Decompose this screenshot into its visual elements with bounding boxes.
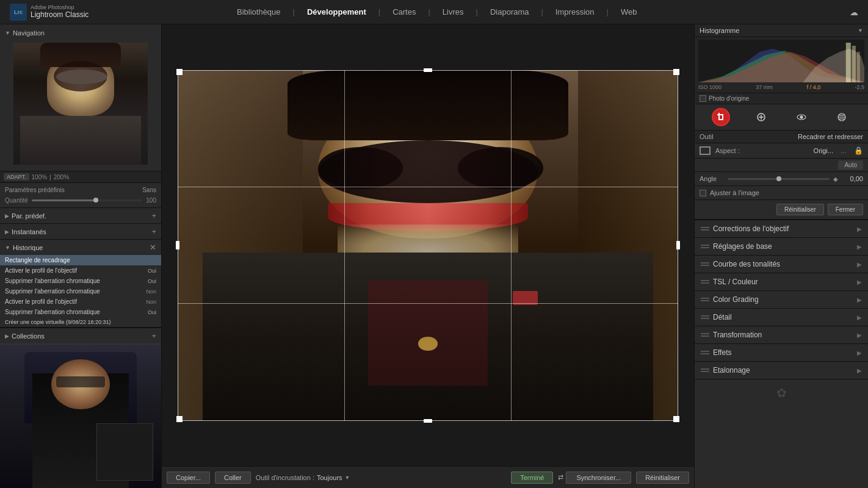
- toujours-dropdown[interactable]: Toujours: [317, 474, 342, 481]
- historique-header[interactable]: ▼ Historique ✕: [0, 240, 161, 255]
- instantanes-arrow: ▶: [5, 229, 9, 235]
- filter-tool-button[interactable]: [833, 108, 851, 126]
- quantity-label: Quantité: [5, 197, 28, 204]
- ornament-icon: ✿: [776, 386, 787, 400]
- collections-label: Collections: [12, 332, 45, 340]
- center-area: Copier... Coller Outil d'incrustation : …: [162, 24, 694, 488]
- hist-item-1[interactable]: Activer le profil de l'objectif Oui: [0, 265, 161, 276]
- aspect-icon: [700, 146, 711, 155]
- auto-row: Auto: [695, 159, 868, 172]
- photo-origine-checkbox[interactable]: [700, 95, 706, 102]
- svg-rect-3: [857, 52, 860, 82]
- navigation-section: ▼ Navigation: [0, 24, 161, 171]
- copier-button[interactable]: Copier...: [167, 472, 210, 484]
- zoom-200[interactable]: 200%: [54, 174, 70, 181]
- ajuster-label: Ajuster à l'image: [710, 189, 759, 196]
- rp-section-transformation[interactable]: Transformation ▶: [695, 326, 868, 344]
- redeye-icon: [797, 112, 806, 122]
- hist-item-5[interactable]: Supprimer l'aberration chromatique Oui: [0, 307, 161, 317]
- top-bar: Lrc Adobe Photoshop Lightroom Classic Bi…: [0, 0, 868, 24]
- joker-thumbnail: [13, 43, 148, 165]
- svg-point-12: [800, 116, 803, 119]
- cloud-icon[interactable]: ☁: [850, 7, 858, 17]
- auto-button[interactable]: Auto: [838, 160, 863, 170]
- synchroniser-button[interactable]: Synchroniser...: [566, 472, 631, 484]
- histogram-arrow[interactable]: ▼: [858, 27, 863, 34]
- nav-web[interactable]: Web: [621, 7, 637, 16]
- par-predef-add[interactable]: +: [151, 211, 156, 220]
- par-predef-section[interactable]: ▶ Par. prédef. +: [0, 207, 161, 223]
- joker-main-image: [178, 70, 678, 421]
- hist-item-6[interactable]: Créer une copie virtuelle (9/08/22 16:20…: [0, 317, 161, 327]
- histogram-section: ISO 1000 37 mm f / 4,0 -2,5: [695, 37, 868, 93]
- historique-section: ▼ Historique ✕ Rectangle de recadrage Ac…: [0, 239, 161, 327]
- app-branding: Lrc Adobe Photoshop Lightroom Classic: [10, 4, 89, 21]
- historique-arrow: ▼: [5, 245, 10, 251]
- rp-section-tsl[interactable]: TSL / Couleur ▶: [695, 273, 868, 291]
- nav-impression[interactable]: Impression: [555, 7, 595, 16]
- nav-bibliotheque[interactable]: Bibliothèque: [237, 7, 281, 16]
- reinitialiser-bottom-button[interactable]: Réinitialiser: [636, 472, 689, 484]
- aspect-value[interactable]: Origi...: [814, 147, 833, 154]
- adapt-bar: ADAPT. 100% | 200%: [0, 171, 161, 182]
- toujours-arrow: ▼: [345, 475, 350, 481]
- rp-section-effets[interactable]: Effets ▶: [695, 344, 868, 362]
- nav-developpement[interactable]: Développement: [307, 7, 366, 16]
- quantity-row: Quantité 100: [0, 195, 161, 206]
- navigation-label: Navigation: [13, 29, 45, 37]
- angle-value: 0,00: [842, 175, 863, 182]
- navigation-header[interactable]: ▼ Navigation: [0, 27, 161, 39]
- histogram-canvas: [698, 40, 864, 82]
- bottom-info: Outil d'incrustation : Toujours ▼: [256, 474, 507, 481]
- reinit-fermer-row: Réinitialiser Fermer: [695, 200, 868, 220]
- recadrer-label: Recadrer et redresser: [798, 133, 863, 140]
- adapt-button[interactable]: ADAPT.: [4, 173, 29, 181]
- rp-section-reglages[interactable]: Réglages de base ▶: [695, 238, 868, 256]
- instantanes-section[interactable]: ▶ Instantanés +: [0, 223, 161, 239]
- redeye-tool-button[interactable]: [792, 108, 811, 126]
- histogram-svg: [698, 40, 864, 82]
- angle-diamond-icon: ◆: [833, 176, 838, 182]
- crop-tool-button[interactable]: [712, 108, 730, 126]
- ajuster-checkbox[interactable]: [700, 190, 706, 196]
- zoom-100[interactable]: 100%: [32, 174, 48, 181]
- collections-header[interactable]: ▶ Collections +: [0, 328, 161, 343]
- reinitialiser-button[interactable]: Réinitialiser: [776, 204, 824, 215]
- nav-diaporama[interactable]: Diaporama: [490, 7, 529, 16]
- svg-rect-6: [722, 114, 723, 119]
- top-bar-right: ☁: [785, 7, 858, 17]
- histogram-iso: ISO 1000: [698, 84, 722, 90]
- coller-button[interactable]: Coller: [215, 472, 251, 484]
- instantanes-add[interactable]: +: [151, 227, 156, 236]
- historique-label: Historique: [13, 244, 43, 251]
- hist-item-2[interactable]: Supprimer l'aberration chromatique Oui: [0, 276, 161, 286]
- bottom-right: Terminé ⇄ Synchroniser... Réinitialiser: [511, 472, 689, 484]
- histogram-section-label: Histogramme: [700, 27, 739, 34]
- hist-item-4[interactable]: Activer le profil de l'objectif Non: [0, 296, 161, 307]
- svg-rect-2: [852, 46, 856, 82]
- quantity-slider[interactable]: [32, 199, 143, 201]
- hist-item-3[interactable]: Supprimer l'aberration chromatique Non: [0, 286, 161, 296]
- webcam-person-bg: [0, 345, 161, 488]
- nav-cartes[interactable]: Cartes: [392, 7, 416, 16]
- lock-icon[interactable]: 🔒: [854, 146, 863, 155]
- outil-incrustation-label: Outil d'incrustation :: [256, 474, 314, 481]
- heal-tool-button[interactable]: [752, 108, 770, 126]
- rp-section-courbe[interactable]: Courbe des tonalités ▶: [695, 256, 868, 273]
- rp-section-detail[interactable]: Détail ▶: [695, 309, 868, 326]
- left-panel: ▼ Navigation ADAPT.: [0, 24, 162, 488]
- rp-section-color-grading[interactable]: Color Grading ▶: [695, 291, 868, 309]
- nav-livres[interactable]: Livres: [443, 7, 464, 16]
- svg-rect-1: [846, 43, 851, 82]
- termine-button[interactable]: Terminé: [511, 472, 553, 484]
- svg-rect-4: [718, 113, 720, 119]
- fermer-button[interactable]: Fermer: [828, 204, 863, 215]
- rp-section-corrections[interactable]: Corrections de l'objectif ▶: [695, 220, 868, 238]
- historique-close[interactable]: ✕: [150, 243, 156, 252]
- filter-icon: [837, 112, 847, 122]
- hist-item-0[interactable]: Rectangle de recadrage: [0, 255, 161, 265]
- angle-slider[interactable]: [728, 178, 830, 180]
- rp-section-etalonnage[interactable]: Etalonnage ▶: [695, 362, 868, 379]
- collections-add[interactable]: +: [151, 331, 156, 340]
- main-layout: ▼ Navigation ADAPT.: [0, 24, 868, 488]
